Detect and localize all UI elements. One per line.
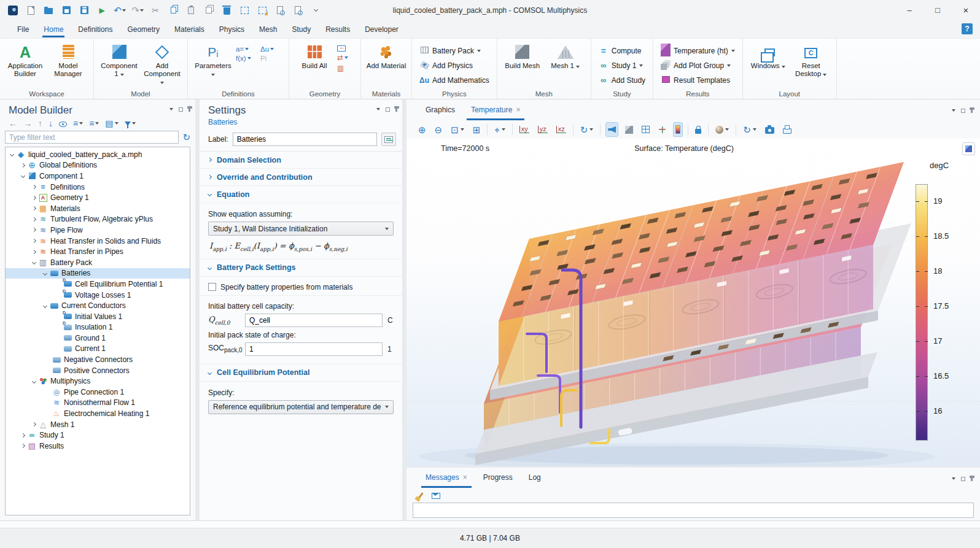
- chevron-right-icon[interactable]: [32, 185, 36, 189]
- specify-dropdown[interactable]: Reference equilibrium potential and temp…: [208, 400, 394, 414]
- snapshot-icon[interactable]: [763, 122, 776, 137]
- chevron-down-icon[interactable]: [10, 152, 14, 156]
- chevron-right-icon[interactable]: [32, 217, 36, 222]
- menu-home[interactable]: Home: [36, 22, 71, 37]
- print-icon[interactable]: [781, 122, 793, 137]
- chevron-right-icon[interactable]: [32, 250, 36, 254]
- graphics-canvas[interactable]: Time=72000 s Surface: Temperature (degC)…: [406, 139, 980, 466]
- panel-divider[interactable]: [402, 99, 406, 520]
- ribbon-compute-button[interactable]: =Compute: [596, 44, 648, 58]
- ribbon-add-plot-group-button[interactable]: Add Plot Group: [658, 59, 737, 72]
- menu-file[interactable]: File: [10, 22, 36, 37]
- chevron-right-icon[interactable]: [32, 239, 36, 243]
- select-box-icon[interactable]: [238, 4, 251, 17]
- chevron-right-icon[interactable]: [21, 444, 25, 448]
- panel-maximize-icon[interactable]: [386, 107, 390, 112]
- graphics-tab-graphics[interactable]: Graphics: [418, 99, 463, 120]
- ribbon-model-manager-button[interactable]: Model Manager: [48, 42, 88, 86]
- open-file-icon[interactable]: [42, 4, 55, 17]
- messages-tab-log[interactable]: Log: [521, 467, 549, 488]
- menu-developer[interactable]: Developer: [357, 22, 406, 37]
- message-window-icon[interactable]: [432, 493, 440, 499]
- comsol-logo-icon[interactable]: [6, 4, 20, 17]
- label-input[interactable]: [233, 133, 377, 146]
- tree-item-ground-1[interactable]: Ground 1: [6, 333, 190, 344]
- tree-item-pipe-flow[interactable]: Pipe Flow: [6, 225, 190, 236]
- find-in-doc-icon[interactable]: [273, 4, 287, 17]
- help-button[interactable]: ?: [962, 23, 973, 34]
- specify-properties-checkbox[interactable]: [208, 283, 216, 291]
- ribbon-build-mesh-button[interactable]: Build Mesh: [502, 42, 543, 86]
- menu-study[interactable]: Study: [284, 22, 318, 37]
- soc-input[interactable]: [245, 342, 383, 356]
- expand-all-icon[interactable]: ≡: [73, 119, 83, 128]
- panel-maximize-icon[interactable]: [961, 477, 965, 481]
- panel-maximize-icon[interactable]: [179, 107, 183, 112]
- menu-physics[interactable]: Physics: [212, 22, 252, 37]
- chevron-right-icon[interactable]: [21, 163, 25, 168]
- graphics-tab-temperature[interactable]: Temperature×: [463, 99, 528, 120]
- zoom-box-icon[interactable]: ⊡: [449, 122, 466, 137]
- update-icon[interactable]: ↻: [741, 122, 758, 137]
- tree-item-current-1[interactable]: Current 1: [6, 344, 190, 355]
- ribbon-nonlocal-couplings-button[interactable]: Δu: [260, 45, 284, 53]
- tree-item-turbulent-flow-algebraic-yplus[interactable]: Turbulent Flow, Algebraic yPlus: [6, 214, 190, 225]
- tree-item-negative-connectors[interactable]: Negative Connectors: [6, 354, 190, 365]
- ribbon-add-study-button[interactable]: ∞Add Study: [596, 74, 648, 87]
- move-up-icon[interactable]: ↑: [38, 119, 42, 128]
- section-battery-pack-settings[interactable]: Battery Pack Settings: [200, 260, 402, 277]
- more-chevron-icon[interactable]: [309, 4, 322, 17]
- ribbon-add-mathematics-button[interactable]: ΔuAdd Mathematics: [417, 74, 492, 87]
- clear-messages-icon[interactable]: [418, 492, 423, 498]
- menu-mesh[interactable]: Mesh: [252, 22, 284, 37]
- ribbon-reset-desktop-button[interactable]: CReset Desktop: [791, 42, 831, 86]
- section-domain-selection[interactable]: Domain Selection: [200, 152, 402, 169]
- tree-item-mesh-1[interactable]: Mesh 1: [6, 419, 190, 430]
- collapse-all-icon[interactable]: ≡: [89, 119, 99, 128]
- ribbon-parameters-button[interactable]: PᵢParameters: [193, 42, 233, 86]
- filter-icon[interactable]: [125, 122, 136, 126]
- tree-item-global-definitions[interactable]: Global Definitions: [6, 160, 190, 171]
- messages-tab-messages[interactable]: Messages×: [418, 467, 475, 488]
- go-to-default-view-icon[interactable]: ⌖: [492, 122, 507, 137]
- panel-divider[interactable]: [195, 99, 200, 520]
- plot-window-icon[interactable]: [962, 142, 975, 155]
- tree-item-cell-equilibrium-potential-1[interactable]: Cell Equilibrium Potential 1: [6, 279, 190, 290]
- show-icon[interactable]: [59, 122, 67, 127]
- ribbon-insert-sequence-button[interactable]: ⇄: [337, 53, 356, 62]
- ribbon-add-component-button[interactable]: Add Component: [142, 42, 182, 86]
- scene-light-icon[interactable]: [623, 122, 635, 137]
- forward-icon[interactable]: →: [23, 119, 32, 128]
- tree-item-geometry-1[interactable]: Geometry 1: [6, 192, 190, 203]
- transparency-icon[interactable]: [605, 122, 618, 137]
- menu-definitions[interactable]: Definitions: [71, 22, 120, 37]
- chevron-down-icon[interactable]: [43, 304, 47, 308]
- delete-icon[interactable]: [220, 4, 233, 17]
- close-button[interactable]: ×: [952, 0, 980, 20]
- tree-item-definitions[interactable]: Definitions: [6, 182, 190, 193]
- ribbon-virtual-operations-button[interactable]: ▥: [337, 64, 356, 72]
- tree-item-insulation-1[interactable]: Insulation 1: [6, 322, 190, 333]
- section-equation[interactable]: Equation: [200, 186, 402, 203]
- chevron-right-icon[interactable]: [32, 228, 36, 232]
- menu-results[interactable]: Results: [318, 22, 357, 37]
- tree-item-initial-values-1[interactable]: Initial Values 1: [6, 311, 190, 322]
- new-file-icon[interactable]: [24, 4, 37, 17]
- save-icon[interactable]: [60, 4, 73, 17]
- back-icon[interactable]: ←: [9, 119, 17, 128]
- ribbon-mesh-1-button[interactable]: Mesh 1: [545, 42, 586, 86]
- panel-pin-icon[interactable]: [971, 108, 973, 113]
- axis-orientation-icon[interactable]: [656, 122, 668, 137]
- tree-item-component-1[interactable]: Component 1: [6, 171, 190, 182]
- view-xy-icon[interactable]: xy: [518, 122, 531, 137]
- ribbon-battery-pack-button[interactable]: Battery Pack: [417, 44, 492, 58]
- color-legend-icon[interactable]: [673, 122, 683, 137]
- ribbon-study-1-button[interactable]: ∞Study 1: [596, 59, 648, 72]
- capacity-input[interactable]: [245, 314, 383, 327]
- tree-item-results[interactable]: Results: [6, 441, 190, 452]
- panel-menu-icon[interactable]: [952, 477, 955, 480]
- close-icon[interactable]: ×: [516, 106, 520, 114]
- menu-geometry[interactable]: Geometry: [120, 22, 167, 37]
- ribbon-application-builder-button[interactable]: AApplication Builder: [5, 42, 45, 86]
- chevron-down-icon[interactable]: [43, 271, 47, 276]
